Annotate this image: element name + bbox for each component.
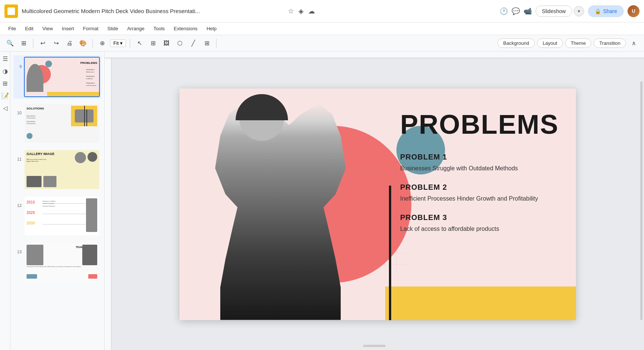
slide-13-thumbnail: TEAM MEMBERS Lorem ipsum of Lorem Ipsum … <box>24 242 100 282</box>
history-icon[interactable]: 🕐 <box>500 7 508 15</box>
slide-num-10: 10 <box>15 103 22 115</box>
toolbar-right: Background Layout Theme Transition ∧ <box>497 38 640 49</box>
layout-panel-icon[interactable]: ⊞ <box>3 80 7 87</box>
t12-year-2020: 2020 <box>27 211 35 215</box>
slide-9-content: PROBLEMS PROBLEM 1Businesses...PROBLEM 2… <box>25 58 99 96</box>
share-button[interactable]: 🔒 Share <box>588 5 624 17</box>
slide-num-9: 9 <box>15 57 22 69</box>
menu-insert[interactable]: Insert <box>58 24 78 33</box>
t10-blue-circle <box>27 133 33 139</box>
slide-thumb-12[interactable]: 12 2010 2020 2030 Employees worldwide...… <box>13 194 101 238</box>
menu-extensions[interactable]: Extensions <box>170 24 202 33</box>
toolbar-separator-4 <box>216 39 217 48</box>
menu-file[interactable]: File <box>4 24 20 33</box>
slides-panel: 9 PROBLEMS PROBLEM 1Businesses...PROBLEM… <box>10 52 105 350</box>
slide-thumb-10[interactable]: 10 SOLUTIONS SOLUTION 1Lorem ipsum...SOL… <box>13 102 101 145</box>
slide-thumb-11[interactable]: 11 GALLERY IMAGE When you need to share … <box>13 148 101 191</box>
background-button[interactable]: Background <box>497 38 534 48</box>
zoom-add-button[interactable]: ⊞ <box>18 38 29 49</box>
t10-line2 <box>86 109 87 126</box>
expand-panel-icon[interactable]: ◁ <box>3 105 7 112</box>
t13-member-text: Lorem ipsum of Lorem Ipsum and a CEO and… <box>27 266 97 268</box>
menu-format[interactable]: Format <box>79 24 102 33</box>
person-hair <box>236 94 288 120</box>
zoom-selector[interactable]: Fit ▾ <box>110 39 126 47</box>
t12-line-3 <box>43 224 86 224</box>
video-icon[interactable]: 📹 <box>524 7 532 15</box>
vertical-scrollbar[interactable] <box>640 81 643 320</box>
zoom-in-button[interactable]: 🔍 <box>4 38 16 49</box>
canvas-area[interactable]: /* ruler ticks rendered via CSS */ <box>105 52 644 350</box>
collapse-toolbar-button[interactable]: ∧ <box>628 38 640 49</box>
move-tool-button[interactable]: ⊞ <box>147 38 159 49</box>
t11-desc-text: When you need to share your biggest idea… <box>27 158 49 162</box>
theme-button[interactable]: Theme <box>565 38 591 48</box>
slide-num-13: 13 <box>15 242 22 254</box>
t13-red-badge <box>88 274 97 279</box>
toolbar: 🔍 ⊞ ↩ ↪ 🖨 🎨 ⊕ Fit ▾ ↖ ⊞ 🖼 ⬡ ╱ ⊞ Backgrou… <box>0 35 644 52</box>
left-panel: ☰ ◑ ⊞ 📝 ◁ <box>0 52 10 350</box>
t9-title-text: PROBLEMS <box>80 61 97 65</box>
t9-blue-circle <box>45 61 52 67</box>
slide-10-thumbnail: SOLUTIONS SOLUTION 1Lorem ipsum...SOLUTI… <box>24 103 100 143</box>
toolbar-separator-2 <box>92 39 93 48</box>
t11-bottom-img1 <box>27 176 42 187</box>
t10-title-text: SOLUTIONS <box>27 107 44 110</box>
t12-year-2010: 2010 <box>27 200 35 204</box>
menu-slide[interactable]: Slide <box>104 24 122 33</box>
shape-tool-button[interactable]: ⬡ <box>174 38 185 49</box>
comment-icon[interactable]: 💬 <box>512 7 520 15</box>
ruler-top-svg: /* ruler ticks rendered via CSS */ <box>105 52 644 58</box>
slides-panel-icon[interactable]: ☰ <box>3 55 8 62</box>
slide-9-thumbnail: PROBLEMS PROBLEM 1Businesses...PROBLEM 2… <box>24 57 100 97</box>
menu-view[interactable]: View <box>39 24 56 33</box>
star-icon[interactable]: ☆ <box>288 7 294 15</box>
problem-1-description: Businesses Struggle with Outdated Method… <box>400 164 565 173</box>
more-shapes-button[interactable]: ⊞ <box>201 38 212 49</box>
slide-13-content: TEAM MEMBERS Lorem ipsum of Lorem Ipsum … <box>25 243 99 282</box>
slide-main-title: PROBLEMS <box>400 111 565 138</box>
problem-1-section: PROBLEM 1 Businesses Struggle with Outda… <box>400 153 565 173</box>
transition-button[interactable]: Transition <box>594 38 626 48</box>
slideshow-dropdown-button[interactable]: ▾ <box>574 6 584 16</box>
slide-thumb-13[interactable]: 13 TEAM MEMBERS Lorem ipsum of Lorem Ips… <box>13 241 101 284</box>
line-tool-button[interactable]: ╱ <box>188 38 199 49</box>
select-tool-button[interactable]: ↖ <box>134 38 145 49</box>
print-button[interactable]: 🖨 <box>64 38 75 49</box>
notes-panel-icon[interactable]: 📝 <box>1 92 9 99</box>
slide-canvas[interactable]: PROBLEMS PROBLEM 1 Businesses Struggle w… <box>180 89 576 320</box>
toolbar-separator-1 <box>33 39 33 48</box>
slideshow-button[interactable]: Slideshow <box>536 6 572 17</box>
menu-edit[interactable]: Edit <box>21 24 37 33</box>
redo-button[interactable]: ↪ <box>50 38 62 49</box>
menu-arrange[interactable]: Arrange <box>123 24 148 33</box>
slide-12-thumbnail: 2010 2020 2030 Employees worldwide...Rev… <box>24 196 100 236</box>
zoom-value: Fit <box>113 40 119 46</box>
menu-tools[interactable]: Tools <box>150 24 168 33</box>
undo-button[interactable]: ↩ <box>37 38 48 49</box>
paint-format-button[interactable]: 🎨 <box>77 38 89 49</box>
t11-title-text: GALLERY IMAGE <box>27 152 55 156</box>
drive-icon[interactable]: ◈ <box>298 7 304 15</box>
main-layout: ☰ ◑ ⊞ 📝 ◁ 9 PROBLEMS PROBLEM 1Businesses… <box>0 52 644 350</box>
layout-button[interactable]: Layout <box>537 38 563 48</box>
black-vertical-bar <box>389 186 391 320</box>
slide-thumb-9[interactable]: 9 PROBLEMS PROBLEM 1Businesses...PROBLEM… <box>13 55 101 99</box>
theme-panel-icon[interactable]: ◑ <box>3 68 8 75</box>
t10-solutions-text: SOLUTION 1Lorem ipsum...SOLUTION 2Lorem … <box>27 115 36 124</box>
zoom-percent-button[interactable]: ⊕ <box>96 38 108 49</box>
right-content-panel: PROBLEMS PROBLEM 1 Businesses Struggle w… <box>400 111 565 244</box>
cloud-icon[interactable]: ☁ <box>308 7 315 15</box>
slide-11-content: GALLERY IMAGE When you need to share you… <box>25 150 99 189</box>
t11-bottom-img2 <box>43 176 56 187</box>
horizontal-scrollbar[interactable] <box>363 345 386 347</box>
avatar[interactable]: U <box>628 5 640 17</box>
menu-help[interactable]: Help <box>203 24 220 33</box>
t13-person-1 <box>27 245 43 265</box>
slideshow-label: Slideshow <box>542 8 566 14</box>
slide-10-content: SOLUTIONS SOLUTION 1Lorem ipsum...SOLUTI… <box>25 104 99 143</box>
problem-3-description: Lack of access to affordable products <box>400 225 565 233</box>
document-title: Multicolored Geometric Modern Pitch Deck… <box>22 8 283 14</box>
image-tool-button[interactable]: 🖼 <box>161 38 172 49</box>
slide-background: PROBLEMS PROBLEM 1 Businesses Struggle w… <box>180 89 576 320</box>
